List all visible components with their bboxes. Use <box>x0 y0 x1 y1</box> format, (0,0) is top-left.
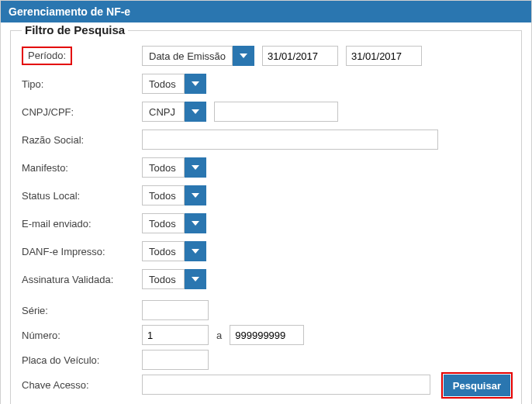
label-tipo: Tipo: <box>22 78 142 90</box>
label-numero: Número: <box>22 330 142 341</box>
row-tipo: Tipo: Todos <box>22 74 510 94</box>
select-manifesto-value: Todos <box>142 157 185 178</box>
filter-panel: Filtro de Pesquisa Período: Data de Emis… <box>10 30 522 404</box>
input-numero-de[interactable] <box>142 325 209 345</box>
chevron-down-icon[interactable] <box>185 241 206 261</box>
input-serie[interactable] <box>142 300 209 320</box>
label-assinatura: Assinatura Validada: <box>22 274 142 285</box>
select-periodo-value: Data de Emissão <box>142 46 233 66</box>
input-periodo-ate[interactable] <box>346 46 422 66</box>
select-tipo[interactable]: Todos <box>142 74 206 94</box>
select-periodo-tipo[interactable]: Data de Emissão <box>142 46 254 66</box>
chevron-down-icon[interactable] <box>185 157 206 178</box>
label-placa: Placa do Veículo: <box>22 354 142 366</box>
label-email: E-mail enviado: <box>22 218 142 230</box>
label-cnpjcpf: CNPJ/CPF: <box>22 106 142 118</box>
label-periodo: Período: <box>22 47 142 65</box>
select-statuslocal[interactable]: Todos <box>142 185 206 205</box>
select-assinatura-value: Todos <box>142 269 185 289</box>
select-danfe-value: Todos <box>142 241 185 261</box>
window: Gerenciamento de NF-e Filtro de Pesquisa… <box>0 0 532 404</box>
label-serie: Série: <box>22 305 142 316</box>
label-razao: Razão Social: <box>22 134 142 146</box>
window-title: Gerenciamento de NF-e <box>1 1 531 22</box>
select-email-value: Todos <box>142 213 185 233</box>
label-periodo-text: Período: <box>22 47 72 65</box>
label-danfe: DANF-e Impresso: <box>22 246 142 257</box>
select-statuslocal-value: Todos <box>142 185 185 205</box>
select-cnpjcpf[interactable]: CNPJ <box>142 102 206 122</box>
row-numero: Número: a <box>22 325 510 345</box>
row-danfe: DANF-e Impresso: Todos <box>22 241 510 261</box>
select-manifesto[interactable]: Todos <box>142 157 206 178</box>
input-chave[interactable] <box>142 375 430 395</box>
input-cnpjcpf-value[interactable] <box>214 102 338 122</box>
label-statuslocal: Status Local: <box>22 190 142 202</box>
select-tipo-value: Todos <box>142 74 185 94</box>
row-statuslocal: Status Local: Todos <box>22 185 510 205</box>
select-assinatura[interactable]: Todos <box>142 269 206 289</box>
chevron-down-icon[interactable] <box>185 185 206 205</box>
chevron-down-icon[interactable] <box>233 46 254 66</box>
select-cnpjcpf-value: CNPJ <box>142 102 185 122</box>
row-razao: Razão Social: <box>22 129 510 150</box>
row-assinatura: Assinatura Validada: Todos <box>22 269 510 289</box>
chevron-down-icon[interactable] <box>185 269 206 289</box>
label-numero-sep: a <box>216 330 222 341</box>
chevron-down-icon[interactable] <box>185 213 206 233</box>
row-cnpjcpf: CNPJ/CPF: CNPJ <box>22 102 510 122</box>
row-manifesto: Manifesto: Todos <box>22 157 510 178</box>
input-numero-ate[interactable] <box>230 325 304 345</box>
row-periodo: Período: Data de Emissão <box>22 46 510 66</box>
input-razao[interactable] <box>142 129 438 150</box>
chevron-down-icon[interactable] <box>185 102 206 122</box>
panel-legend: Filtro de Pesquisa <box>22 23 128 36</box>
select-danfe[interactable]: Todos <box>142 241 206 261</box>
row-serie: Série: <box>22 300 510 320</box>
label-chave: Chave Acesso: <box>22 379 142 391</box>
input-placa[interactable] <box>142 350 209 370</box>
chevron-down-icon[interactable] <box>185 74 206 94</box>
label-manifesto: Manifesto: <box>22 162 142 174</box>
pesquisar-button[interactable]: Pesquisar <box>444 375 510 396</box>
row-placa: Placa do Veículo: <box>22 350 510 370</box>
row-email: E-mail enviado: Todos <box>22 213 510 233</box>
select-email[interactable]: Todos <box>142 213 206 233</box>
input-periodo-de[interactable] <box>262 46 338 66</box>
row-chave: Chave Acesso: Pesquisar <box>22 375 510 395</box>
